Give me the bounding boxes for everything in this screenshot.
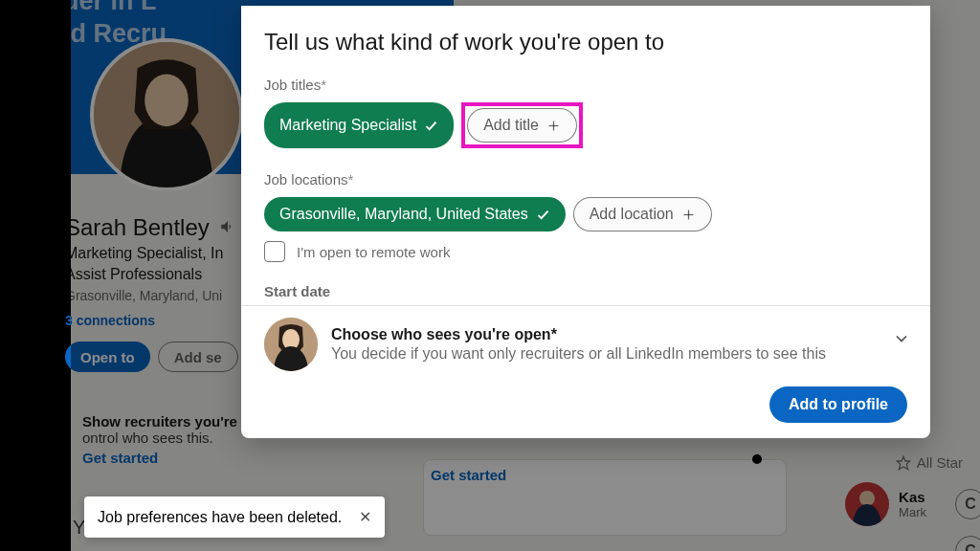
visibility-avatar	[264, 318, 318, 371]
visibility-section[interactable]: Choose who sees you're open* You decide …	[241, 305, 930, 375]
job-titles-label: Job titles*	[264, 77, 907, 93]
chevron-down-icon[interactable]	[892, 329, 911, 352]
check-icon	[424, 119, 438, 133]
plus-icon	[546, 119, 561, 133]
open-to-work-modal: Tell us what kind of work you're open to…	[241, 6, 930, 438]
job-title-chip[interactable]: Marketing Specialist	[264, 102, 454, 148]
add-location-button[interactable]: Add location	[573, 197, 712, 231]
job-location-chip[interactable]: Grasonville, Maryland, United States	[264, 197, 566, 231]
toast-text: Job preferences have been deleted.	[98, 509, 342, 526]
toast-close-icon[interactable]: ✕	[359, 508, 371, 526]
visibility-title: Choose who sees you're open*	[331, 326, 826, 343]
job-locations-label: Job locations*	[264, 171, 907, 187]
check-icon	[536, 208, 550, 222]
add-title-button[interactable]: Add title	[467, 108, 577, 143]
visibility-desc: You decide if you want only recruiters o…	[331, 345, 826, 363]
plus-icon	[681, 208, 696, 222]
highlight-annotation: Add title	[461, 102, 583, 148]
remote-label: I'm open to remote work	[297, 244, 450, 260]
modal-heading: Tell us what kind of work you're open to	[264, 29, 907, 55]
add-to-profile-button[interactable]: Add to profile	[769, 386, 907, 423]
toast: Job preferences have been deleted. ✕	[84, 496, 385, 538]
remote-checkbox[interactable]	[264, 241, 285, 262]
start-date-label: Start date	[264, 283, 907, 299]
